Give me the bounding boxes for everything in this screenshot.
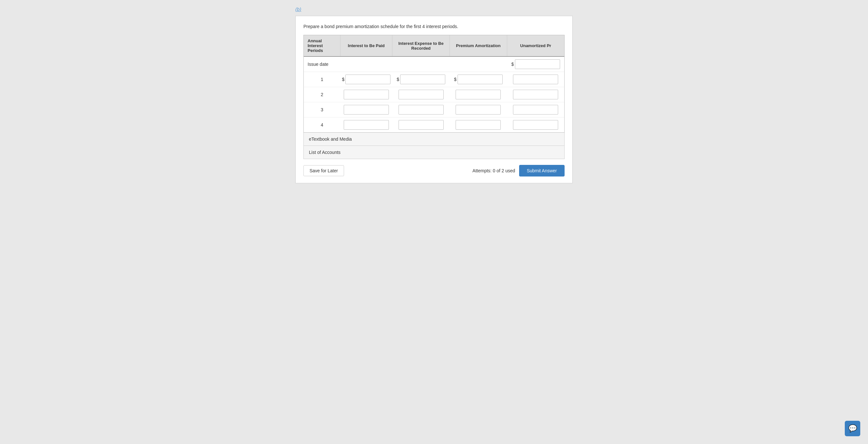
submit-answer-button[interactable]: Submit Answer (519, 165, 565, 177)
main-card: Prepare a bond premium amortization sche… (296, 16, 572, 183)
period-3-paid-group (341, 105, 391, 115)
period-1-label: 1 (304, 72, 340, 87)
period-3-unamortized-cell (507, 102, 564, 117)
period-4-expense-group (394, 120, 448, 130)
footer-bar: Save for Later Attempts: 0 of 2 used Sub… (303, 160, 565, 177)
period-2-paid-input[interactable] (344, 90, 389, 99)
section-b-link[interactable]: (b) (296, 6, 301, 12)
period-2-unamortized-group (508, 90, 563, 99)
period-1-unamortized-cell (507, 72, 564, 87)
period-3-unamortized-input[interactable] (513, 105, 558, 115)
period-1-unamortized-input[interactable] (513, 75, 558, 84)
period-2-unamortized-input[interactable] (513, 90, 558, 99)
period-1-unamortized-group (508, 75, 563, 84)
period-3-paid-cell (340, 102, 393, 117)
issue-date-premium-cell (450, 56, 507, 72)
period-2-expense-group (394, 90, 448, 99)
period-1-paid-cell: $ (340, 72, 393, 87)
period-3-unamortized-group (508, 105, 563, 115)
period-2-paid-group (341, 90, 391, 99)
attempts-text: Attempts: 0 of 2 used (472, 168, 515, 173)
period-3-paid-input[interactable] (344, 105, 389, 115)
period-4-unamortized-input[interactable] (513, 120, 558, 130)
period-4-paid-group (341, 120, 391, 130)
period-1-expense-input[interactable] (400, 75, 445, 84)
etextbook-bar[interactable]: eTextbook and Media (303, 132, 565, 146)
period-3-premium-input[interactable] (456, 105, 501, 115)
issue-date-label: Issue date (304, 56, 340, 72)
period-2-premium-cell (450, 87, 507, 102)
period-3-premium-cell (450, 102, 507, 117)
period-1-premium-input[interactable] (458, 75, 503, 84)
period-4-premium-group (451, 120, 505, 130)
period-2-paid-cell (340, 87, 393, 102)
list-accounts-bar[interactable]: List of Accounts (303, 146, 565, 159)
page-wrapper: (b) Prepare a bond premium amortization … (296, 6, 572, 183)
bottom-section: eTextbook and Media List of Accounts (303, 132, 565, 159)
table-row: 2 (304, 87, 564, 102)
period-4-paid-cell (340, 117, 393, 132)
issue-date-expense-cell (393, 56, 450, 72)
issue-date-row: Issue date $ (304, 56, 564, 72)
period-1-premium-cell: $ (450, 72, 507, 87)
period-1-paid-group: $ (341, 75, 391, 84)
chat-widget[interactable]: 💬 (845, 421, 860, 436)
issue-date-unamortized-input[interactable] (515, 59, 560, 69)
period-3-label: 3 (304, 102, 340, 117)
period-2-premium-group (451, 90, 505, 99)
period-4-premium-cell (450, 117, 507, 132)
header-premium-amortization: Premium Amortization (450, 35, 507, 56)
period-3-expense-input[interactable] (399, 105, 444, 115)
period-4-unamortized-group (508, 120, 563, 130)
period-3-premium-group (451, 105, 505, 115)
issue-date-unamortized-cell: $ (507, 56, 564, 72)
instruction: Prepare a bond premium amortization sche… (303, 24, 565, 29)
period-2-expense-cell (393, 87, 450, 102)
period-1-expense-cell: $ (393, 72, 450, 87)
table-row: 4 (304, 117, 564, 132)
period-4-paid-input[interactable] (344, 120, 389, 130)
period-2-unamortized-cell (507, 87, 564, 102)
period-4-label: 4 (304, 117, 340, 132)
table-wrapper: Annual Interest Periods Interest to Be P… (303, 35, 565, 132)
period-1-premium-dollar: $ (454, 77, 457, 82)
period-4-expense-cell (393, 117, 450, 132)
issue-date-unamortized-group: $ (508, 59, 563, 69)
header-interest-expense: Interest Expense to Be Recorded (393, 35, 450, 56)
period-3-expense-group (394, 105, 448, 115)
etextbook-label: eTextbook and Media (309, 137, 352, 142)
period-4-premium-input[interactable] (456, 120, 501, 130)
period-2-expense-input[interactable] (399, 90, 444, 99)
save-later-button[interactable]: Save for Later (303, 165, 344, 176)
period-1-paid-dollar: $ (342, 77, 345, 82)
period-2-label: 2 (304, 87, 340, 102)
table-row: 1 $ $ (304, 72, 564, 87)
period-1-paid-input[interactable] (345, 75, 391, 84)
amortization-table: Annual Interest Periods Interest to Be P… (304, 35, 564, 132)
list-accounts-label: List of Accounts (309, 150, 340, 155)
issue-date-dollar-sign: $ (512, 62, 514, 67)
header-interest-paid: Interest to Be Paid (340, 35, 393, 56)
period-1-premium-group: $ (451, 75, 505, 84)
period-2-premium-input[interactable] (456, 90, 501, 99)
chat-icon: 💬 (848, 424, 857, 433)
issue-date-paid-cell (340, 56, 393, 72)
footer-right: Attempts: 0 of 2 used Submit Answer (472, 165, 565, 177)
table-row: 3 (304, 102, 564, 117)
header-unamortized-premium: Unamortized Pr (507, 35, 564, 56)
period-1-expense-dollar: $ (397, 77, 399, 82)
period-1-expense-group: $ (394, 75, 448, 84)
header-annual-interest: Annual Interest Periods (304, 35, 340, 56)
period-3-expense-cell (393, 102, 450, 117)
period-4-unamortized-cell (507, 117, 564, 132)
period-4-expense-input[interactable] (399, 120, 444, 130)
